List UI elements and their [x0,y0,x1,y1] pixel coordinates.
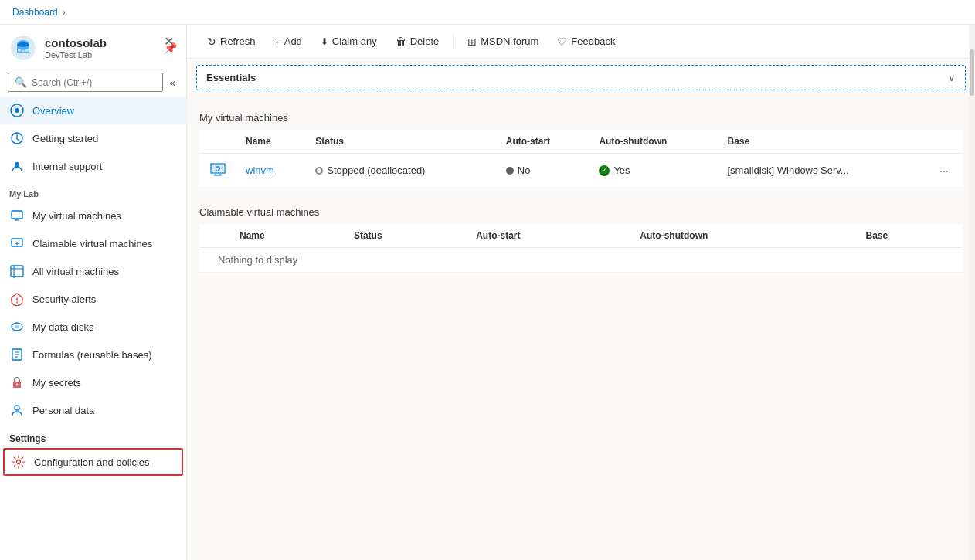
svg-rect-13 [11,266,23,277]
table-row: winvm Stopped (deallocated) No [199,154,963,188]
autoshutdown-dot: ✓ [599,165,610,176]
my-vms-section-title: My virtual machines [199,112,963,124]
search-input[interactable] [32,77,156,88]
right-scrollbar[interactable] [969,25,975,560]
claimable-col-autostart-header[interactable]: Auto-start [467,224,630,248]
sidebar-item-label-formulas: Formulas (reusable bases) [32,349,152,361]
claimable-table-empty-row: Nothing to display [199,248,963,273]
formulas-icon [9,347,25,362]
col-autoshutdown-header[interactable]: Auto-shutdown [589,130,718,154]
internal-support-icon [9,158,25,174]
status-text: Stopped (deallocated) [327,165,425,176]
essentials-title: Essentials [206,72,256,83]
settings-section-label: Settings [0,424,186,447]
sidebar-item-my-virtual-machines[interactable]: My virtual machines [0,202,186,229]
security-alerts-icon [9,291,25,307]
breadcrumb-dashboard[interactable]: Dashboard [12,7,58,18]
svg-rect-11 [12,211,22,219]
claimable-vms-section-title: Claimable virtual machines [199,206,963,218]
svg-point-20 [17,460,21,464]
search-box[interactable]: 🔍 [8,73,163,92]
sidebar-item-internal-support[interactable]: Internal support [0,152,186,180]
delete-button[interactable]: 🗑 Delete [388,32,447,52]
sidebar-item-label-personal-data: Personal data [32,405,94,416]
vm-autoshutdown-cell: ✓ Yes [589,154,718,188]
refresh-icon: ↻ [207,36,216,48]
sidebar-item-my-data-disks[interactable]: My data disks [0,313,186,341]
search-icon: 🔍 [15,76,27,88]
add-button[interactable]: + Add [267,32,310,52]
feedback-button[interactable]: ♡ Feedback [549,32,623,52]
app-header: contosolab DevTest Lab 📌 ✕ [0,25,186,68]
vm-name-cell[interactable]: winvm [236,154,306,188]
svg-point-15 [15,325,19,328]
my-data-disks-icon [9,319,25,334]
claimable-col-base-header[interactable]: Base [857,224,963,248]
svg-point-3 [17,42,29,47]
content-area: ↻ Refresh + Add ⬇ Claim any 🗑 Delete ⊞ M… [187,25,975,560]
status-dot-stopped [315,167,323,175]
refresh-button[interactable]: ↻ Refresh [199,32,263,52]
getting-started-icon [9,131,25,146]
svg-point-19 [15,406,19,410]
claimable-col-autoshutdown-header[interactable]: Auto-shutdown [630,224,856,248]
col-base-header[interactable]: Base [718,130,926,154]
sidebar-item-label-internal-support: Internal support [32,161,102,172]
vm-status-cell: Stopped (deallocated) [306,154,497,188]
search-container: 🔍 « [0,68,186,97]
vm-more-button[interactable]: ··· [935,163,953,178]
sidebar-item-label-all-vms: All virtual machines [32,266,119,277]
msdn-icon: ⊞ [467,36,477,48]
autostart-text: No [518,165,531,176]
content-scroll: My virtual machines Name Status Auto-sta… [187,97,975,560]
sidebar-item-label-overview: Overview [32,105,74,117]
col-status-header[interactable]: Status [306,130,497,154]
sidebar-item-claimable-vms[interactable]: Claimable virtual machines [0,229,186,257]
personal-data-icon [9,402,25,418]
essentials-bar[interactable]: Essentials ∨ [196,65,966,90]
claim-icon: ⬇ [321,36,328,47]
vm-icon-cell [199,154,236,188]
col-actions-header [926,130,963,154]
sidebar-item-my-secrets[interactable]: My secrets [0,368,186,396]
close-button[interactable]: ✕ [161,31,177,52]
claimable-vms-table: Name Status Auto-start Auto-shutdown Bas… [199,224,963,273]
col-autostart-header[interactable]: Auto-start [497,130,590,154]
vm-base-cell: [smalldisk] Windows Serv... [718,154,926,188]
scrollbar-thumb [970,49,974,96]
toolbar: ↻ Refresh + Add ⬇ Claim any 🗑 Delete ⊞ M… [187,25,975,59]
sidebar-item-all-vms[interactable]: All virtual machines [0,257,186,285]
svg-point-18 [16,384,19,386]
sidebar-item-label-my-data-disks: My data disks [32,321,93,333]
devtest-lab-icon [9,34,37,62]
sidebar-item-formulas[interactable]: Formulas (reusable bases) [0,341,186,368]
claimable-col-status-header[interactable]: Status [345,224,467,248]
autostart-dot [506,167,514,175]
sidebar-item-label-config-policies: Configuration and policies [34,456,150,468]
claimable-col-name-header[interactable]: Name [230,224,345,248]
vm-autostart-cell: No [497,154,590,188]
my-secrets-icon [9,375,25,390]
sidebar-item-overview[interactable]: Overview [0,97,186,124]
claim-any-button[interactable]: ⬇ Claim any [313,32,385,51]
vm-more-cell[interactable]: ··· [926,154,963,188]
msdn-forum-button[interactable]: ⊞ MSDN forum [460,32,546,52]
feedback-icon: ♡ [557,36,567,48]
svg-point-4 [18,49,21,52]
collapse-button[interactable]: « [166,73,178,92]
sidebar-item-getting-started[interactable]: Getting started [0,124,186,152]
add-icon: + [274,36,280,48]
col-name-header[interactable]: Name [236,130,306,154]
col-icon-header [199,130,236,154]
sidebar-item-configuration-and-policies[interactable]: Configuration and policies [3,448,183,476]
sidebar-item-personal-data[interactable]: Personal data [0,396,186,424]
sidebar-item-label-claimable-vms: Claimable virtual machines [32,238,152,249]
svg-point-6 [25,49,29,52]
sidebar-item-security-alerts[interactable]: Security alerts [0,285,186,313]
mylab-section-label: My Lab [0,180,186,202]
svg-point-10 [15,162,19,167]
configuration-icon [11,454,26,470]
my-vms-icon [9,208,25,223]
essentials-chevron[interactable]: ∨ [948,72,956,83]
overview-icon [9,103,25,118]
